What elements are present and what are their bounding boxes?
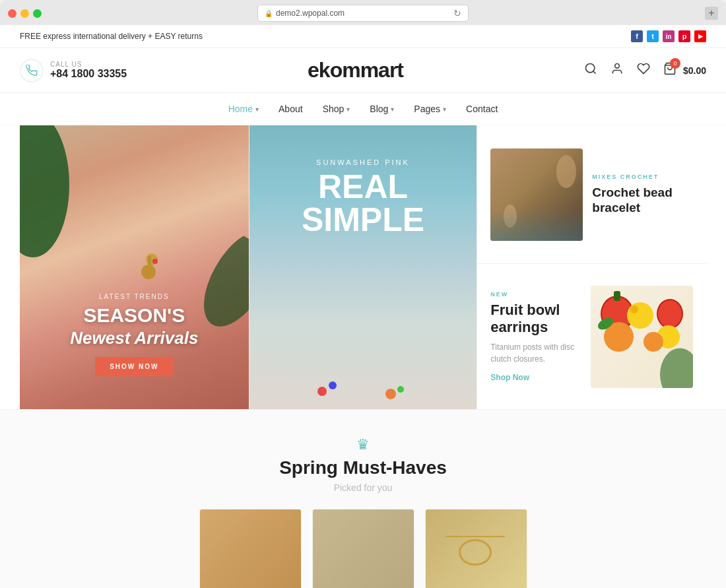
hero-section: LATEST TRENDS SEASON'S Newest Arrivals S…	[0, 125, 726, 409]
home-dropdown-arrow: ▾	[255, 106, 259, 113]
twitter-icon[interactable]: t	[647, 30, 659, 42]
cart-badge: 0	[670, 58, 680, 69]
nav-contact[interactable]: Contact	[466, 104, 498, 114]
show-now-button[interactable]: SHOW NOW	[95, 357, 173, 376]
dot-red[interactable]	[8, 9, 16, 18]
bracelet-info: MIXES CROCHET Crochet bead bracelet	[592, 174, 693, 216]
spring-title: Spring Must-Haves	[20, 457, 706, 478]
browser-dots	[8, 9, 42, 18]
phone-section: CALL US +84 1800 33355	[20, 59, 127, 82]
center-earring-green	[397, 386, 404, 393]
pinterest-icon[interactable]: p	[678, 30, 690, 42]
products-row	[20, 509, 706, 588]
address-bar[interactable]: 🔒 demo2.wpopal.com ↻	[257, 5, 469, 22]
phone-number: +84 1800 33355	[50, 68, 127, 80]
center-earring-red	[317, 387, 327, 396]
nav-blog[interactable]: Blog ▾	[370, 104, 394, 114]
header: CALL US +84 1800 33355 ekommart	[0, 48, 726, 93]
youtube-icon[interactable]: ▶	[694, 30, 706, 42]
hero-main-content: LATEST TRENDS SEASON'S Newest Arrivals S…	[20, 293, 249, 376]
center-tag: SUNWASHED PINK	[249, 158, 477, 166]
phone-icon	[20, 59, 44, 82]
instagram-icon[interactable]: in	[663, 30, 675, 42]
fabric-hint	[490, 208, 583, 241]
earring-drop	[141, 265, 156, 279]
shop-now-link[interactable]: Shop Now	[490, 373, 581, 382]
hero-tag: LATEST TRENDS	[20, 293, 249, 300]
search-icon[interactable]	[584, 62, 597, 79]
chain-hint	[446, 536, 505, 537]
refresh-icon[interactable]: ↻	[453, 8, 461, 18]
call-label: CALL US	[50, 61, 127, 68]
earring-title: Fruit bowl earrings	[490, 302, 581, 337]
logo[interactable]: ekommart	[308, 58, 403, 82]
crochet-title: Crochet bead bracelet	[592, 185, 693, 216]
spring-section: ♛ Spring Must-Haves Picked for you	[0, 409, 726, 588]
navigation: Home ▾ About Shop ▾ Blog ▾ Pages ▾ Conta…	[0, 93, 726, 125]
bracelet-hint	[459, 539, 492, 566]
nav-shop[interactable]: Shop ▾	[323, 104, 350, 114]
new-tab-button[interactable]: +	[705, 7, 718, 20]
lock-icon: 🔒	[265, 10, 273, 17]
product-card-2-img	[313, 509, 414, 588]
crochet-category: MIXES CROCHET	[592, 174, 693, 180]
account-icon[interactable]	[610, 62, 624, 79]
fruit-red-right	[657, 299, 683, 329]
crown-icon: ♛	[20, 436, 706, 453]
promo-text: FREE express international delivery + EA…	[20, 32, 203, 41]
phone-info: CALL US +84 1800 33355	[50, 61, 127, 80]
new-badge: NEW	[490, 291, 581, 298]
svg-point-0	[585, 64, 594, 73]
shop-dropdown-arrow: ▾	[346, 106, 350, 113]
hero-main: LATEST TRENDS SEASON'S Newest Arrivals S…	[20, 125, 249, 409]
facebook-icon[interactable]: f	[631, 30, 643, 42]
bracelet-image	[490, 148, 583, 241]
url-text: demo2.wpopal.com	[276, 9, 345, 18]
earring-image	[591, 286, 693, 388]
earring-desc: Titanium posts with disc clutch closures…	[490, 341, 581, 365]
fruit-orange-right	[644, 332, 663, 352]
product-card-3-img	[426, 509, 527, 588]
blog-dropdown-arrow: ▾	[391, 106, 394, 113]
product-card-2	[312, 509, 414, 588]
product-card-1-img	[200, 509, 301, 588]
dot-yellow[interactable]	[20, 9, 29, 18]
spring-subtitle: Picked for you	[20, 482, 706, 493]
product-card-3	[425, 509, 527, 588]
hero-right: MIXES CROCHET Crochet bead bracelet NEW …	[477, 125, 706, 409]
hero-title: SEASON'S Newest Arrivals	[20, 304, 249, 348]
wishlist-icon[interactable]	[637, 62, 650, 79]
svg-point-1	[615, 64, 620, 69]
pages-dropdown-arrow: ▾	[443, 106, 446, 113]
center-title: REAL SIMPLE	[249, 170, 477, 236]
cart-icon[interactable]: 0	[663, 62, 676, 79]
fruit-yellow-center	[630, 306, 638, 313]
earring-decor-1	[556, 155, 576, 188]
cart-price: $0.00	[683, 65, 706, 76]
fruit-stem-left	[614, 291, 620, 301]
hero-right-bottom: NEW Fruit bowl earrings Titanium posts w…	[477, 264, 706, 409]
hero-center: SUNWASHED PINK REAL SIMPLE	[249, 125, 478, 409]
header-icons: 0 $0.00	[584, 62, 706, 79]
earring-info: NEW Fruit bowl earrings Titanium posts w…	[490, 291, 581, 383]
hero-right-top: MIXES CROCHET Crochet bead bracelet	[477, 125, 706, 264]
hero-center-content: SUNWASHED PINK REAL SIMPLE	[249, 158, 477, 236]
top-bar: FREE express international delivery + EA…	[0, 25, 726, 48]
product-card-1	[199, 509, 302, 588]
fruit-yellow	[627, 302, 653, 329]
nav-about[interactable]: About	[279, 104, 303, 114]
social-icons: f t in p ▶	[631, 30, 706, 42]
nav-pages[interactable]: Pages ▾	[414, 104, 446, 114]
dot-green[interactable]	[33, 9, 42, 18]
nav-home[interactable]: Home ▾	[228, 104, 259, 114]
